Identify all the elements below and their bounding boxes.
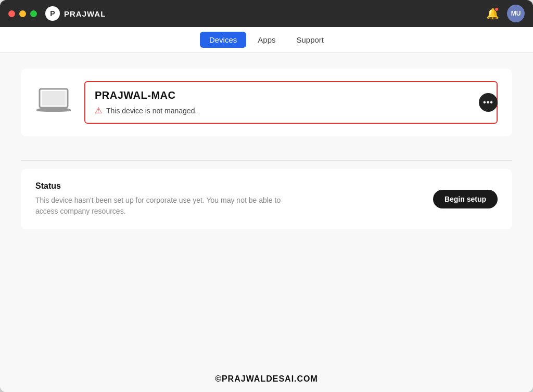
tab-devices[interactable]: Devices — [200, 32, 246, 48]
warning-icon: ⚠ — [95, 106, 102, 115]
divider — [21, 160, 512, 161]
brand: P PRAJWAL — [45, 6, 106, 21]
more-dots-icon: ••• — [483, 98, 493, 107]
app-window: P PRAJWAL 🔔 MU Devices Apps Support — [0, 0, 533, 392]
laptop-icon — [35, 86, 72, 119]
copyright-text: ©PRAJWALDESAI.COM — [215, 374, 318, 383]
notification-bell-button[interactable]: 🔔 — [484, 5, 501, 22]
status-section: Status This device hasn't been set up fo… — [21, 169, 512, 229]
minimize-button[interactable] — [19, 10, 26, 17]
status-info: Status This device hasn't been set up fo… — [35, 181, 425, 217]
status-description: This device hasn't been set up for corpo… — [35, 195, 296, 217]
titlebar: P PRAJWAL 🔔 MU — [0, 0, 533, 27]
titlebar-right: 🔔 MU — [484, 5, 525, 22]
more-options-button[interactable]: ••• — [479, 93, 498, 112]
traffic-lights — [8, 10, 37, 17]
cards-area: PRAJWAL-MAC ⚠ This device is not managed… — [21, 69, 512, 229]
tab-support[interactable]: Support — [287, 32, 334, 48]
device-status-text: This device is not managed. — [106, 107, 197, 115]
brand-logo-icon: P — [45, 6, 60, 21]
device-name: PRAJWAL-MAC — [95, 89, 487, 101]
navbar: Devices Apps Support — [0, 27, 533, 53]
footer: ©PRAJWALDESAI.COM — [0, 366, 533, 392]
begin-setup-button[interactable]: Begin setup — [433, 190, 498, 208]
tab-apps[interactable]: Apps — [248, 32, 285, 48]
main-content: PRAJWAL-MAC ⚠ This device is not managed… — [0, 53, 533, 366]
notification-dot — [494, 7, 499, 11]
device-status-row: ⚠ This device is not managed. — [95, 106, 487, 115]
avatar[interactable]: MU — [507, 5, 525, 22]
svg-rect-1 — [42, 91, 66, 106]
device-card: PRAJWAL-MAC ⚠ This device is not managed… — [21, 69, 512, 136]
maximize-button[interactable] — [30, 10, 37, 17]
status-label: Status — [35, 181, 425, 191]
device-info-box: PRAJWAL-MAC ⚠ This device is not managed… — [84, 81, 498, 124]
brand-name: PRAJWAL — [64, 9, 106, 18]
close-button[interactable] — [8, 10, 15, 17]
